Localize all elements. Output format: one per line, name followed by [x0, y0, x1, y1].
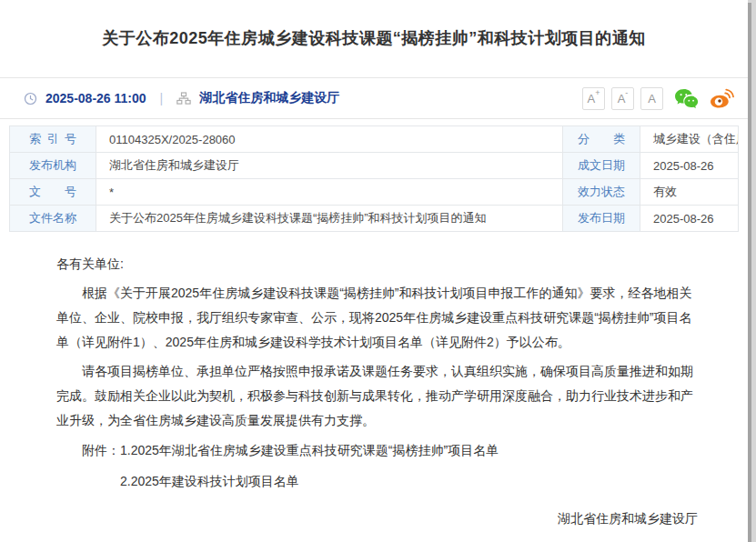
attachment-line-1: 附件：1.2025年湖北省住房城乡建设重点科技研究课题“揭榜挂帅”项目名单	[56, 438, 698, 463]
meta-bar: 2025-08-26 11:00 | 湖北省住房和城乡建设厅 A+ A- A	[0, 77, 748, 119]
table-row: 文号 * 效力状态 有效	[10, 179, 739, 206]
field-value-written-date: 2025-08-26	[640, 153, 739, 179]
minus-sign: -	[625, 88, 628, 97]
table-row: 文件名称 关于公布2025年住房城乡建设科技课题“揭榜挂帅”和科技计划项目的通知…	[10, 206, 739, 232]
body-paragraph-2: 请各项目揭榜单位、承担单位严格按照申报承诺及课题任务要求，认真组织实施，确保项目…	[56, 359, 698, 433]
field-label-written-date: 成文日期	[563, 153, 640, 179]
field-label-text: 效力状态	[578, 184, 625, 200]
signature-agency: 湖北省住房和城乡建设厅	[56, 507, 698, 531]
field-label-text: 发布日期	[578, 210, 625, 226]
table-row: 索引号 01104325X/2025-28060 分类 城乡建设（含住房）	[10, 126, 739, 153]
clock-icon	[24, 92, 37, 105]
table-row: 发布机构 湖北省住房和城乡建设厅 成文日期 2025-08-26	[10, 153, 739, 179]
field-value-category: 城乡建设（含住房）	[640, 126, 739, 153]
sitemap-icon	[176, 92, 191, 105]
attachment-item-1: 1.2025年湖北省住房城乡建设重点科技研究课题“揭榜挂帅”项目名单	[120, 443, 499, 457]
field-value-index-number: 01104325X/2025-28060	[96, 126, 563, 153]
publish-time: 2025-08-26 11:00	[45, 91, 146, 105]
font-smaller-button[interactable]: A-	[611, 87, 634, 110]
page-title: 关于公布2025年住房城乡建设科技课题“揭榜挂帅”和科技计划项目的通知	[0, 27, 748, 49]
title-block: 关于公布2025年住房城乡建设科技课题“揭榜挂帅”和科技计划项目的通知	[0, 0, 748, 77]
font-reset-button[interactable]: A	[640, 87, 663, 110]
field-value-validity-status: 有效	[640, 179, 739, 206]
field-label-issuing-agency: 发布机构	[10, 153, 96, 179]
notice-body: 各有关单位: 根据《关于开展2025年住房城乡建设科技课题“揭榜挂帅”和科技计划…	[0, 232, 748, 542]
field-label-index-number: 索引号	[10, 126, 96, 153]
field-label-text: 索引号	[29, 131, 76, 147]
field-value-document-title: 关于公布2025年住房城乡建设科技课题“揭榜挂帅”和科技计划项目的通知	[96, 206, 563, 232]
field-label-category: 分类	[563, 126, 640, 153]
field-value-document-number: *	[96, 179, 563, 206]
field-label-document-number: 文号	[10, 179, 96, 206]
field-label-text: 分类	[578, 131, 625, 147]
attachments-prefix: 附件：	[82, 443, 120, 457]
notice-page: 关于公布2025年住房城乡建设科技课题“揭榜挂帅”和科技计划项目的通知 2025…	[0, 0, 748, 542]
plus-sign: +	[595, 88, 600, 97]
weibo-share-icon[interactable]	[710, 88, 735, 109]
source-name: 湖北省住房和城乡建设厅	[199, 90, 339, 106]
font-reset-label: A	[648, 92, 656, 105]
font-larger-label: A	[588, 92, 596, 105]
field-label-validity-status: 效力状态	[563, 179, 640, 206]
body-paragraph-1: 根据《关于开展2025年住房城乡建设科技课题“揭榜挂帅”和科技计划项目申报工作的…	[56, 281, 698, 355]
field-label-text: 文件名称	[29, 210, 76, 226]
field-label-text: 文号	[29, 184, 76, 200]
field-label-text: 发布机构	[29, 157, 76, 174]
field-label-document-title: 文件名称	[10, 206, 96, 232]
wechat-share-icon[interactable]	[674, 88, 699, 109]
meta-right: A+ A- A	[582, 87, 735, 110]
field-value-publish-date: 2025-08-26	[640, 206, 739, 232]
attachments-section: 附件：1.2025年湖北省住房城乡建设重点科技研究课题“揭榜挂帅”项目名单 2.…	[56, 438, 698, 494]
salutation: 各有关单位:	[56, 252, 698, 276]
meta-left: 2025-08-26 11:00 | 湖北省住房和城乡建设厅	[24, 90, 339, 106]
field-label-publish-date: 发布日期	[563, 206, 640, 232]
document-info-table: 索引号 01104325X/2025-28060 分类 城乡建设（含住房） 发布…	[9, 125, 739, 232]
attachment-item-2: 2.2025年建设科技计划项目名单	[56, 469, 698, 494]
font-larger-button[interactable]: A+	[582, 87, 605, 110]
field-value-issuing-agency: 湖北省住房和城乡建设厅	[96, 153, 563, 179]
field-label-text: 成文日期	[578, 157, 625, 174]
meta-separator: |	[155, 91, 169, 105]
